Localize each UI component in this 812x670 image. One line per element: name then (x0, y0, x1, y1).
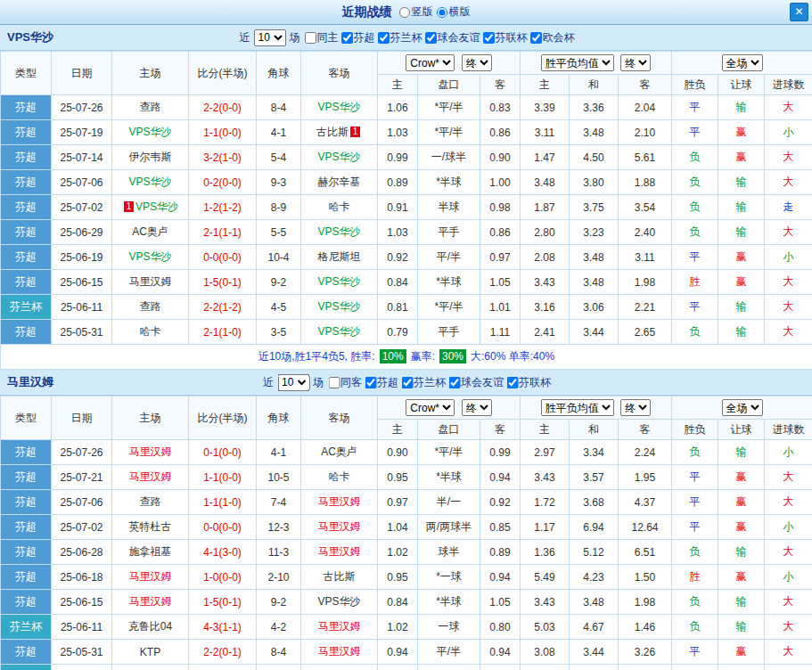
scope-group-header: 全场 (672, 52, 812, 75)
match-count-select[interactable]: 10 (277, 374, 309, 391)
layout-vertical-option[interactable]: 竖版 (396, 4, 433, 20)
league-filter-finland-cup[interactable]: 芬兰杯 (377, 30, 422, 45)
asia-home-odds: 0.99 (378, 145, 418, 170)
team-name: 古比斯 (324, 570, 356, 583)
europe-draw-odds: 4.50 (570, 145, 619, 170)
mariehamn-filter-controls: 近 10 场 同客 芬超 芬兰杯 球会友谊 芬联杯 (261, 374, 551, 391)
league-checkbox[interactable] (483, 32, 495, 44)
match-score: 0-2(0-0) (189, 170, 257, 195)
match-row: 芬超25-07-021VPS华沙1-2(1-2)8-9哈卡0.91半球0.981… (1, 195, 812, 220)
subcol-asia-home: 主 (378, 420, 418, 440)
europe-draw-odds: 3.57 (570, 465, 619, 490)
goals-result-cell: 大 (765, 540, 812, 565)
result-cell: 平 (672, 465, 718, 490)
corner-count: 4-1 (257, 120, 301, 145)
away-team-cell: VPS华沙 (301, 270, 378, 295)
league-filter-finland-league-cup[interactable]: 芬联杯 (482, 30, 528, 45)
league-filter-finland-super[interactable]: 芬超 (340, 30, 375, 45)
subcol-goals: 进球数 (765, 420, 812, 440)
league-checkbox[interactable] (448, 377, 460, 388)
close-icon[interactable]: ✕ (790, 3, 808, 21)
europe-away-odds: 2.10 (619, 120, 672, 145)
same-away-label: 同客 (340, 375, 362, 390)
league-filter-conference-league[interactable]: 欧会杯 (529, 30, 575, 45)
europe-away-odds: 3.11 (619, 245, 672, 270)
asia-away-odds: 0.86 (480, 120, 521, 145)
team-name: 马里汉姆 (318, 645, 361, 658)
col-header-score: 比分(半场) (189, 396, 257, 440)
subcol-europe-away: 客 (619, 420, 672, 440)
asia-time-select[interactable]: 终 (462, 399, 492, 416)
europe-draw-odds: 4.67 (570, 615, 619, 640)
league-filter-finland-league-cup[interactable]: 芬联杯 (505, 375, 551, 390)
europe-draw-odds: 3.44 (570, 640, 619, 665)
team-name: VPS华沙 (317, 325, 360, 338)
league-label: 球会友谊 (438, 30, 480, 45)
asia-home-odds: 0.81 (378, 295, 418, 320)
team-name: VPS华沙 (128, 250, 171, 263)
same-home-option[interactable]: 同主 (304, 30, 339, 45)
europe-time-select[interactable]: 终 (620, 54, 651, 71)
match-date: 25-07-21 (52, 465, 112, 490)
handicap-result-cell: 赢 (718, 515, 765, 540)
league-checkbox[interactable] (365, 377, 376, 388)
match-date: 25-07-06 (52, 170, 112, 195)
corner-count: 9-2 (257, 270, 301, 295)
scope-select[interactable]: 全场 (722, 54, 763, 71)
layout-horizontal-option[interactable]: 横版 (433, 4, 471, 20)
league-checkbox[interactable] (341, 32, 353, 44)
europe-home-odds: 3.11 (521, 120, 570, 145)
asia-home-odds: 0.95 (378, 565, 418, 590)
league-checkbox[interactable] (506, 377, 518, 388)
team-name: 英特杜古 (129, 520, 172, 533)
europe-draw-odds: 6.94 (570, 515, 619, 540)
asia-handicap: 半球 (418, 665, 480, 670)
league-filter-friendly[interactable]: 球会友谊 (447, 375, 504, 390)
league-cell: 芬兰杯 (1, 295, 52, 320)
league-checkbox[interactable] (378, 32, 390, 44)
horizontal-layout-radio[interactable] (437, 7, 447, 18)
team-name: 克鲁比04 (128, 620, 172, 633)
asia-home-odds: 0.95 (378, 465, 418, 490)
league-filter-finland-cup[interactable]: 芬兰杯 (400, 375, 446, 390)
asia-time-select[interactable]: 终 (462, 54, 492, 71)
league-cell: 芬超 (1, 170, 52, 195)
team-name: VPS华沙 (317, 225, 360, 238)
europe-time-select[interactable]: 终 (620, 399, 651, 416)
asia-company-select[interactable]: Crow* (406, 399, 455, 416)
team-name: AC奥卢 (132, 225, 168, 238)
same-away-option[interactable]: 同客 (327, 375, 362, 390)
match-count-select[interactable]: 10 (254, 29, 286, 46)
league-filter-friendly[interactable]: 球会友谊 (424, 30, 480, 45)
team-name: 查路 (140, 495, 161, 508)
europe-home-odds: 1.47 (521, 145, 570, 170)
goals-result-cell: 大 (765, 320, 812, 345)
asia-home-odds: 1.04 (378, 515, 418, 540)
scope-select[interactable]: 全场 (722, 399, 763, 416)
league-cell: 芬兰杯 (1, 615, 52, 640)
handicap-result-cell: 输 (718, 540, 765, 565)
asia-away-odds: 1.11 (480, 320, 521, 345)
team-name: KTP (140, 646, 160, 658)
league-cell: 芬超 (1, 220, 52, 245)
league-filter-finland-super[interactable]: 芬超 (364, 375, 398, 390)
goals-result-cell: 大 (765, 220, 812, 245)
mariehamn-team-heading: 马里汉姆 (7, 374, 53, 390)
asia-company-select[interactable]: Crow* (406, 54, 455, 71)
same-away-checkbox[interactable] (328, 377, 340, 388)
asia-away-odds: 0.94 (480, 665, 521, 670)
goals-result-cell: 小 (765, 440, 812, 465)
subcol-asia-away: 客 (480, 420, 521, 440)
asia-away-odds: 1.05 (480, 270, 521, 295)
europe-company-select[interactable]: 胜平负均值 (541, 54, 614, 71)
league-checkbox[interactable] (425, 32, 437, 44)
match-score: 1-5(0-1) (189, 270, 257, 295)
league-checkbox[interactable] (401, 377, 413, 388)
asia-home-odds: 1.02 (378, 540, 418, 565)
league-checkbox[interactable] (530, 32, 542, 44)
same-home-checkbox[interactable] (305, 32, 316, 44)
red-card-icon: 1 (124, 201, 134, 212)
vertical-layout-radio[interactable] (399, 7, 410, 18)
europe-company-select[interactable]: 胜平负均值 (541, 399, 614, 416)
summary-row: 近10场,胜1平4负5, 胜率:10%赢率:30%大:60% 单率:40% (1, 345, 812, 370)
